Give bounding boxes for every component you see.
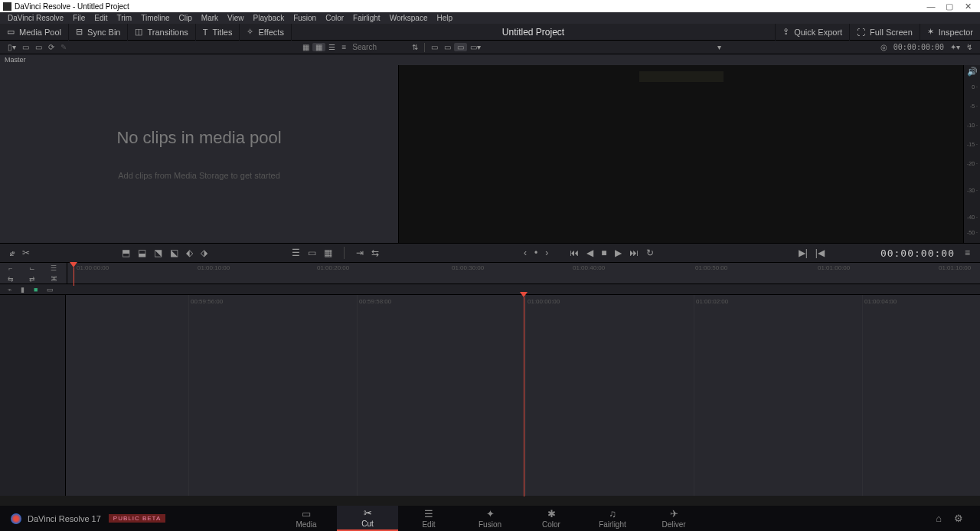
page-cut[interactable]: ✂Cut — [337, 506, 398, 531]
timeline-tool-5[interactable]: ⇄ — [21, 274, 43, 284]
project-settings-button[interactable]: ⚙ — [948, 513, 969, 524]
place-on-top-button[interactable]: ⬖ — [182, 247, 197, 258]
tools-button-3[interactable]: ▦ — [320, 247, 336, 258]
append-button[interactable]: ⬓ — [134, 247, 150, 258]
search-input[interactable] — [352, 43, 406, 51]
bin-path[interactable]: Master — [0, 54, 980, 65]
menu-playback[interactable]: Playback — [249, 14, 289, 22]
menu-davinci-resolve[interactable]: DaVinci Resolve — [3, 14, 68, 22]
panel-toolbar: ▭Media Pool⊟Sync Bin◫TransitionsTTitles✧… — [0, 24, 980, 41]
minimize-button[interactable]: — — [922, 2, 940, 11]
ripple-button[interactable]: ⬔ — [150, 247, 166, 258]
timeline-tool-3[interactable]: ☰ — [43, 263, 64, 274]
media-pool-panel-button[interactable]: ▭Media Pool — [0, 24, 69, 41]
list-view-button[interactable]: ☰ — [325, 43, 338, 51]
viewer-mode1-button[interactable]: ▭ — [428, 43, 441, 51]
maximize-button[interactable]: ▢ — [940, 2, 959, 11]
safe-area-button[interactable]: ◎ — [877, 43, 890, 51]
bypass-button[interactable]: ↯ — [963, 43, 975, 51]
full-screen-icon: ⛶ — [857, 28, 865, 37]
full-screen-button[interactable]: ⛶Full Screen — [849, 24, 920, 41]
sync-bin-panel-button[interactable]: ⊟Sync Bin — [69, 24, 128, 41]
sort-button[interactable]: ⇅ — [409, 43, 421, 51]
timeline-options-button[interactable]: ≡ — [961, 247, 974, 258]
split-button[interactable]: ✂ — [18, 247, 34, 258]
marker-dropdown[interactable]: ✦▾ — [947, 43, 963, 51]
menu-clip[interactable]: Clip — [175, 14, 197, 22]
snap-button[interactable]: ⌁ — [3, 286, 16, 293]
viewer-panel[interactable] — [398, 65, 963, 243]
menu-fairlight[interactable]: Fairlight — [348, 14, 385, 22]
boring-detector-button[interactable]: ⸙ — [6, 247, 18, 258]
menu-edit[interactable]: Edit — [90, 14, 112, 22]
tools-button-2[interactable]: ▭ — [304, 247, 320, 258]
viewer-mode3-button[interactable]: ▭ — [454, 43, 467, 51]
timeline-tool-4[interactable]: ⇆ — [0, 274, 21, 284]
go-first-button[interactable]: ⏮ — [566, 247, 583, 258]
import-media-button[interactable]: ▯▾ — [5, 43, 19, 51]
upper-timeline-tick: 01:01:10:00 — [939, 264, 971, 271]
page-media[interactable]: ▭Media — [276, 506, 337, 531]
thumb-view-button[interactable]: ▦ — [312, 43, 325, 51]
page-fairlight[interactable]: ♫Fairlight — [582, 506, 643, 531]
inspector-button[interactable]: ✶Inspector — [920, 24, 980, 41]
smart-insert-button[interactable]: ⬒ — [118, 247, 134, 258]
new-bin-button[interactable]: ▭ — [32, 43, 45, 51]
viewer-mode2-button[interactable]: ▭ — [441, 43, 454, 51]
trim-button-2[interactable]: ⇆ — [368, 247, 383, 258]
titles-panel-button[interactable]: TTitles — [196, 24, 240, 41]
strip-view-button[interactable]: ▦ — [299, 43, 312, 51]
flag-button[interactable]: ■ — [29, 286, 42, 293]
timeline-tool-1[interactable]: ⌐ — [0, 263, 21, 274]
menu-trim[interactable]: Trim — [113, 14, 137, 22]
menu-mark[interactable]: Mark — [197, 14, 223, 22]
stop-button[interactable]: ■ — [597, 247, 610, 258]
speaker-icon[interactable]: 🔊 — [967, 67, 978, 77]
tool-button[interactable]: ✎ — [57, 43, 70, 51]
timeline-panel[interactable]: 00:59:56:0000:59:58:0001:00:00:0001:00:0… — [0, 295, 980, 496]
bin-button[interactable]: ▭ — [19, 43, 32, 51]
go-last-button[interactable]: ⏭ — [626, 247, 642, 258]
menu-timeline[interactable]: Timeline — [136, 14, 174, 22]
effects-panel-button[interactable]: ✧Effects — [240, 24, 291, 41]
menu-help[interactable]: Help — [432, 14, 457, 22]
play-reverse-button[interactable]: ◀ — [583, 247, 597, 258]
tools-button-1[interactable]: ☰ — [288, 247, 304, 258]
prev-clip-nav[interactable]: ‹ — [520, 247, 531, 258]
media-pool-panel[interactable]: No clips in media pool Add clips from Me… — [0, 65, 398, 243]
next-clip-nav[interactable]: › — [541, 247, 552, 258]
home-button[interactable]: ⌂ — [929, 513, 948, 524]
track-header[interactable] — [0, 295, 66, 496]
viewer-dropdown[interactable]: ▾ — [714, 43, 724, 51]
nav-dot[interactable]: • — [531, 247, 541, 258]
close-button[interactable]: ✕ — [959, 2, 977, 11]
timeline-tool-6[interactable]: ⌘ — [43, 274, 64, 284]
play-button[interactable]: ▶ — [611, 247, 626, 258]
page-edit[interactable]: ☰Edit — [398, 506, 459, 531]
page-fusion[interactable]: ✦Fusion — [459, 506, 521, 531]
app-icon — [3, 2, 11, 11]
timeline-tool-2[interactable]: ⌙ — [21, 263, 43, 274]
closeup-button[interactable]: ⬕ — [166, 247, 182, 258]
jump-end-button[interactable]: ▶| — [795, 247, 812, 258]
list-view2-button[interactable]: ≡ — [338, 43, 349, 51]
upper-timeline[interactable]: ⌐ ⌙ ☰ ⇆ ⇄ ⌘ 01:00:00:0001:00:10:0001:00:… — [0, 263, 980, 284]
quick-export-button[interactable]: ⇪Quick Export — [775, 24, 849, 41]
trim-button-1[interactable]: ⇥ — [352, 247, 368, 258]
menu-view[interactable]: View — [223, 14, 249, 22]
loop-button[interactable]: ↻ — [642, 247, 658, 258]
transitions-panel-button[interactable]: ◫Transitions — [128, 24, 195, 41]
menu-file[interactable]: File — [68, 14, 90, 22]
menu-color[interactable]: Color — [321, 14, 348, 22]
page-deliver[interactable]: ✈Deliver — [643, 506, 704, 531]
viewer-menu-button[interactable]: ▭▾ — [467, 43, 484, 51]
window-titlebar: DaVinci Resolve - Untitled Project — ▢ ✕ — [0, 0, 980, 12]
page-color[interactable]: ✱Color — [521, 506, 582, 531]
menu-workspace[interactable]: Workspace — [385, 14, 433, 22]
view-options-button[interactable]: ▭ — [42, 286, 58, 293]
source-overwrite-button[interactable]: ⬗ — [197, 247, 211, 258]
jump-start-button[interactable]: |◀ — [812, 247, 828, 258]
marker-button[interactable]: ▮ — [16, 286, 29, 293]
sync-button[interactable]: ⟳ — [45, 43, 57, 51]
menu-fusion[interactable]: Fusion — [289, 14, 321, 22]
